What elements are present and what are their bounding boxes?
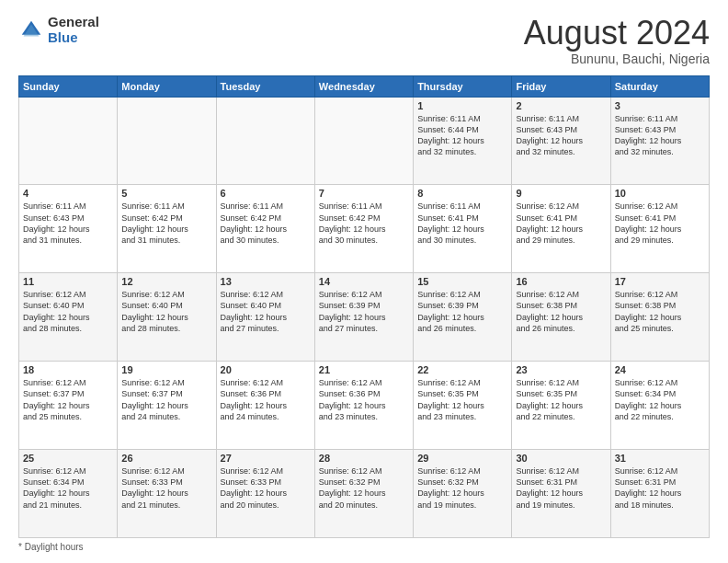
day-number: 26 (121, 453, 211, 464)
calendar-cell: 31Sunrise: 6:12 AM Sunset: 6:31 PM Dayli… (610, 450, 709, 538)
calendar-week-4: 18Sunrise: 6:12 AM Sunset: 6:37 PM Dayli… (19, 362, 710, 450)
day-number: 14 (319, 276, 409, 287)
day-info: Sunrise: 6:12 AM Sunset: 6:37 PM Dayligh… (121, 377, 211, 422)
calendar-week-1: 1Sunrise: 6:11 AM Sunset: 6:44 PM Daylig… (19, 97, 710, 185)
calendar-cell: 13Sunrise: 6:12 AM Sunset: 6:40 PM Dayli… (216, 273, 314, 362)
day-number: 27 (221, 453, 311, 464)
weekday-header-wednesday: Wednesday (314, 75, 413, 97)
calendar-week-2: 4Sunrise: 6:11 AM Sunset: 6:43 PM Daylig… (19, 185, 710, 273)
day-number: 19 (121, 364, 211, 375)
day-number: 18 (23, 364, 113, 375)
logo-blue-text: Blue (48, 30, 99, 46)
day-number: 25 (23, 453, 113, 464)
day-number: 29 (417, 453, 507, 464)
day-number: 10 (615, 188, 705, 199)
calendar-cell: 10Sunrise: 6:12 AM Sunset: 6:41 PM Dayli… (610, 185, 709, 273)
day-info: Sunrise: 6:12 AM Sunset: 6:35 PM Dayligh… (417, 377, 507, 422)
calendar-cell: 2Sunrise: 6:11 AM Sunset: 6:43 PM Daylig… (512, 97, 610, 185)
calendar-cell: 18Sunrise: 6:12 AM Sunset: 6:37 PM Dayli… (19, 362, 118, 450)
day-info: Sunrise: 6:11 AM Sunset: 6:41 PM Dayligh… (417, 201, 507, 246)
day-info: Sunrise: 6:12 AM Sunset: 6:34 PM Dayligh… (615, 377, 705, 422)
calendar-cell: 25Sunrise: 6:12 AM Sunset: 6:34 PM Dayli… (19, 450, 118, 538)
day-number: 31 (615, 453, 705, 464)
calendar-cell: 1Sunrise: 6:11 AM Sunset: 6:44 PM Daylig… (414, 97, 512, 185)
weekday-row: SundayMondayTuesdayWednesdayThursdayFrid… (19, 75, 710, 97)
day-info: Sunrise: 6:12 AM Sunset: 6:31 PM Dayligh… (516, 465, 606, 511)
calendar-cell: 21Sunrise: 6:12 AM Sunset: 6:36 PM Dayli… (314, 362, 413, 450)
day-info: Sunrise: 6:12 AM Sunset: 6:33 PM Dayligh… (221, 465, 311, 511)
footer-note: * Daylight hours (18, 542, 710, 552)
calendar-cell: 16Sunrise: 6:12 AM Sunset: 6:38 PM Dayli… (512, 273, 610, 362)
logo: General Blue (18, 15, 99, 45)
day-info: Sunrise: 6:12 AM Sunset: 6:34 PM Dayligh… (23, 465, 113, 511)
day-number: 13 (221, 276, 311, 287)
calendar-cell: 30Sunrise: 6:12 AM Sunset: 6:31 PM Dayli… (512, 450, 610, 538)
day-info: Sunrise: 6:11 AM Sunset: 6:42 PM Dayligh… (121, 201, 211, 246)
day-number: 17 (615, 276, 705, 287)
calendar-cell: 24Sunrise: 6:12 AM Sunset: 6:34 PM Dayli… (610, 362, 709, 450)
day-info: Sunrise: 6:12 AM Sunset: 6:36 PM Dayligh… (319, 377, 409, 422)
day-number: 16 (516, 276, 606, 287)
calendar-cell: 5Sunrise: 6:11 AM Sunset: 6:42 PM Daylig… (118, 185, 216, 273)
calendar-table: SundayMondayTuesdayWednesdayThursdayFrid… (18, 75, 710, 538)
calendar-cell: 9Sunrise: 6:12 AM Sunset: 6:41 PM Daylig… (512, 185, 610, 273)
calendar-body: 1Sunrise: 6:11 AM Sunset: 6:44 PM Daylig… (19, 97, 710, 537)
calendar-cell: 28Sunrise: 6:12 AM Sunset: 6:32 PM Dayli… (314, 450, 413, 538)
main-title: August 2024 (524, 15, 710, 52)
calendar-cell (19, 97, 118, 185)
day-info: Sunrise: 6:12 AM Sunset: 6:41 PM Dayligh… (516, 201, 606, 246)
day-number: 9 (516, 188, 606, 199)
calendar-cell: 7Sunrise: 6:11 AM Sunset: 6:42 PM Daylig… (314, 185, 413, 273)
day-info: Sunrise: 6:12 AM Sunset: 6:40 PM Dayligh… (121, 289, 211, 334)
day-number: 24 (615, 364, 705, 375)
day-number: 30 (516, 453, 606, 464)
calendar-cell: 29Sunrise: 6:12 AM Sunset: 6:32 PM Dayli… (414, 450, 512, 538)
day-info: Sunrise: 6:12 AM Sunset: 6:36 PM Dayligh… (221, 377, 311, 422)
day-number: 1 (417, 100, 507, 111)
calendar-cell: 4Sunrise: 6:11 AM Sunset: 6:43 PM Daylig… (19, 185, 118, 273)
day-info: Sunrise: 6:12 AM Sunset: 6:39 PM Dayligh… (319, 289, 409, 334)
day-info: Sunrise: 6:12 AM Sunset: 6:40 PM Dayligh… (221, 289, 311, 334)
calendar-cell: 19Sunrise: 6:12 AM Sunset: 6:37 PM Dayli… (118, 362, 216, 450)
calendar-cell: 22Sunrise: 6:12 AM Sunset: 6:35 PM Dayli… (414, 362, 512, 450)
calendar-cell: 26Sunrise: 6:12 AM Sunset: 6:33 PM Dayli… (118, 450, 216, 538)
calendar-cell: 11Sunrise: 6:12 AM Sunset: 6:40 PM Dayli… (19, 273, 118, 362)
day-number: 3 (615, 100, 705, 111)
calendar-cell: 6Sunrise: 6:11 AM Sunset: 6:42 PM Daylig… (216, 185, 314, 273)
day-number: 28 (319, 453, 409, 464)
day-info: Sunrise: 6:12 AM Sunset: 6:37 PM Dayligh… (23, 377, 113, 422)
calendar-cell: 17Sunrise: 6:12 AM Sunset: 6:38 PM Dayli… (610, 273, 709, 362)
day-number: 8 (417, 188, 507, 199)
weekday-header-monday: Monday (118, 75, 216, 97)
calendar-cell: 14Sunrise: 6:12 AM Sunset: 6:39 PM Dayli… (314, 273, 413, 362)
title-section: August 2024 Bununu, Bauchi, Nigeria (524, 15, 710, 66)
day-info: Sunrise: 6:11 AM Sunset: 6:42 PM Dayligh… (221, 201, 311, 246)
calendar-cell: 8Sunrise: 6:11 AM Sunset: 6:41 PM Daylig… (414, 185, 512, 273)
day-info: Sunrise: 6:12 AM Sunset: 6:39 PM Dayligh… (417, 289, 507, 334)
day-number: 7 (319, 188, 409, 199)
calendar-cell (216, 97, 314, 185)
header: General Blue August 2024 Bununu, Bauchi,… (18, 15, 710, 66)
day-number: 23 (516, 364, 606, 375)
logo-icon (18, 17, 44, 43)
day-info: Sunrise: 6:11 AM Sunset: 6:43 PM Dayligh… (516, 113, 606, 158)
weekday-header-saturday: Saturday (610, 75, 709, 97)
day-number: 15 (417, 276, 507, 287)
day-info: Sunrise: 6:12 AM Sunset: 6:31 PM Dayligh… (615, 465, 705, 511)
calendar-cell: 27Sunrise: 6:12 AM Sunset: 6:33 PM Dayli… (216, 450, 314, 538)
calendar-cell: 15Sunrise: 6:12 AM Sunset: 6:39 PM Dayli… (414, 273, 512, 362)
day-number: 22 (417, 364, 507, 375)
logo-general-text: General (48, 15, 99, 30)
calendar-cell: 3Sunrise: 6:11 AM Sunset: 6:43 PM Daylig… (610, 97, 709, 185)
day-number: 21 (319, 364, 409, 375)
day-number: 11 (23, 276, 113, 287)
page: General Blue August 2024 Bununu, Bauchi,… (0, 0, 728, 563)
weekday-header-thursday: Thursday (414, 75, 512, 97)
day-info: Sunrise: 6:12 AM Sunset: 6:38 PM Dayligh… (615, 289, 705, 334)
day-info: Sunrise: 6:11 AM Sunset: 6:44 PM Dayligh… (417, 113, 507, 158)
day-info: Sunrise: 6:12 AM Sunset: 6:33 PM Dayligh… (121, 465, 211, 511)
calendar-cell: 20Sunrise: 6:12 AM Sunset: 6:36 PM Dayli… (216, 362, 314, 450)
day-info: Sunrise: 6:11 AM Sunset: 6:43 PM Dayligh… (23, 201, 113, 246)
calendar-cell: 23Sunrise: 6:12 AM Sunset: 6:35 PM Dayli… (512, 362, 610, 450)
day-number: 20 (221, 364, 311, 375)
